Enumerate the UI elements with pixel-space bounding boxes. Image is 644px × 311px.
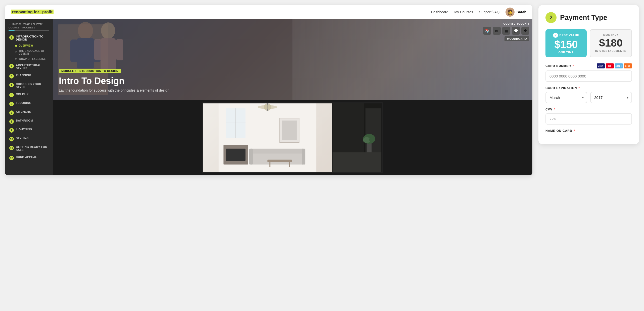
sub-dot — [15, 45, 17, 47]
module-item[interactable]: 12 CURB APPEAL — [5, 153, 53, 162]
svg-point-14 — [258, 105, 277, 109]
nav-links: Dashboard My Courses Support/FAQ 👩 Sarah — [431, 8, 526, 17]
module-number: 3 — [9, 74, 14, 79]
course-app: renovating for profit Dashboard My Cours… — [5, 5, 532, 175]
dark-room-svg — [332, 103, 382, 172]
module-number: 11 — [9, 146, 14, 150]
nav-dashboard[interactable]: Dashboard — [431, 10, 448, 14]
payment-header: 2 Payment Type — [545, 12, 632, 23]
amex-icon: AMEX — [615, 63, 623, 68]
module-item[interactable]: 10 STYLING — [5, 135, 53, 143]
expiration-label: CARD EXPIRATION * — [545, 86, 632, 90]
room-svg — [203, 103, 332, 172]
form-section-cvv: CVV * — [545, 108, 632, 125]
month-select-wrapper: January February March April May June Ju… — [545, 92, 587, 103]
module-label: INTRODUCTION TO DESIGN — [16, 35, 49, 41]
svg-rect-20 — [302, 149, 305, 165]
module-label: CHOOSING YOUR STYLE — [16, 83, 49, 89]
moodboard-button[interactable]: MOODBOARD — [504, 36, 529, 41]
module-number: 8 — [9, 119, 14, 124]
monthly-amount: $180 — [594, 38, 628, 48]
best-value-label: BEST VALUE — [560, 34, 579, 37]
back-link[interactable]: ← Interior Design For Profit — [9, 22, 49, 25]
sub-dot — [15, 58, 17, 60]
check-icon: ✓ — [553, 33, 558, 38]
module-item[interactable]: 3 PLANNING — [5, 72, 53, 81]
video-left — [203, 103, 332, 172]
sidebar-header: ← Interior Design For Profit COURSE PROG… — [5, 19, 53, 33]
module-label: GETTING READY FOR SALE — [16, 145, 49, 151]
module-item[interactable]: 7 KITCHENS — [5, 108, 53, 117]
module-item[interactable]: 4 CHOOSING YOUR STYLE — [5, 81, 53, 91]
toolbar-icons: 📚 ⊞ ▦ 💬 ⚙ — [483, 27, 529, 35]
module-item[interactable]: 11 GETTING READY FOR SALE — [5, 143, 53, 153]
module-label: FLOORING — [16, 101, 31, 104]
sub-label: THE LANGUAGE OF DESIGN — [19, 50, 49, 55]
module-label: PLANNING — [16, 74, 31, 77]
module-item[interactable]: 1 INTRODUCTION TO DESIGN — [5, 33, 53, 43]
nav-support[interactable]: Support/FAQ — [479, 10, 499, 14]
module-item[interactable]: 8 BATHROOM — [5, 117, 53, 126]
best-value-header: ✓ BEST VALUE — [549, 33, 583, 38]
logo-prefix: renovating for — [11, 10, 41, 14]
card-icons: VISA MC AMEX DISC — [597, 63, 632, 68]
cvv-input[interactable] — [545, 113, 632, 125]
sub-item-language[interactable]: THE LANGUAGE OF DESIGN — [5, 48, 53, 56]
video-section — [53, 100, 532, 175]
hero-title: Intro To Design — [59, 76, 170, 86]
module-number: 6 — [9, 102, 14, 106]
nav-my-courses[interactable]: My Courses — [454, 10, 473, 14]
toolbar-icon-grid[interactable]: ⊞ — [493, 27, 501, 35]
module-item[interactable]: 5 COLOUR — [5, 91, 53, 99]
sub-label: OVERVIEW — [19, 44, 33, 47]
discover-icon: DISC — [624, 63, 632, 68]
top-nav: renovating for profit Dashboard My Cours… — [5, 5, 532, 19]
form-section-expiration: CARD EXPIRATION * January February March… — [545, 86, 632, 103]
toolkit-label: COURSE TOOLKIT — [503, 22, 529, 25]
best-value-term: ONE TIME — [549, 51, 583, 54]
module-number: 9 — [9, 128, 14, 133]
module-number: 5 — [9, 93, 14, 97]
toolbar-icon-help[interactable]: ⚙ — [521, 27, 529, 35]
module-item[interactable]: 9 LIGHTNING — [5, 126, 53, 135]
course-content: COURSE TOOLKIT 📚 ⊞ ▦ 💬 ⚙ MOODBOARD MODUL… — [53, 19, 532, 175]
required-star: * — [573, 64, 574, 68]
price-card-best-value[interactable]: ✓ BEST VALUE $150 ONE TIME — [545, 29, 587, 57]
card-number-label: CARD NUMBER * VISA MC AMEX DISC — [545, 63, 632, 68]
toolbar-icon-book[interactable]: 📚 — [483, 27, 491, 35]
sub-label: WRAP UP EXCERISE — [19, 58, 46, 60]
module-number: 7 — [9, 110, 14, 115]
back-label: Interior Design For Profit — [12, 22, 42, 25]
svg-rect-19 — [249, 149, 253, 165]
module-item[interactable]: 6 FLOORING — [5, 99, 53, 108]
best-value-amount: $150 — [549, 39, 583, 50]
toolbar-icon-layout[interactable]: ▦ — [502, 27, 510, 35]
visa-icon: VISA — [597, 63, 605, 68]
form-section-name: NAME ON CARD * — [545, 129, 632, 133]
main-content: ← Interior Design For Profit COURSE PROG… — [5, 19, 532, 175]
year-select[interactable]: 2017 2018 2019 2020 2021 2022 2023 2024 … — [590, 92, 632, 103]
hero-text: MODULE 1: INTRODUCTION TO DESIGN Intro T… — [59, 68, 170, 92]
progress-fill — [9, 30, 15, 31]
month-select[interactable]: January February March April May June Ju… — [545, 92, 587, 103]
module-number: 10 — [9, 137, 14, 141]
price-card-monthly[interactable]: MONTHLY $180 IN 6 INSTALLMENTS — [590, 29, 632, 57]
name-label: NAME ON CARD * — [545, 129, 632, 133]
card-number-input[interactable] — [545, 70, 632, 82]
module-number: 2 — [9, 64, 14, 68]
sub-item-wrapup[interactable]: WRAP UP EXCERISE — [5, 56, 53, 62]
module-item[interactable]: 2 ARCHITECTURAL STYLES — [5, 62, 53, 72]
mastercard-icon: MC — [606, 63, 614, 68]
module-label: BATHROOM — [16, 119, 33, 122]
hero-subtitle: Lay the foundation for success with the … — [59, 88, 170, 92]
form-section-card-number: CARD NUMBER * VISA MC AMEX DISC — [545, 63, 632, 82]
sub-item-overview[interactable]: OVERVIEW — [5, 43, 53, 48]
monthly-label: MONTHLY — [603, 33, 618, 36]
svg-rect-21 — [267, 160, 292, 162]
required-star: * — [574, 129, 575, 133]
toolbar-icon-chat[interactable]: 💬 — [512, 27, 520, 35]
module-label: STYLING — [16, 137, 29, 140]
video-frame — [202, 102, 383, 173]
logo: renovating for profit — [11, 10, 54, 14]
avatar: 👩 — [505, 8, 515, 17]
